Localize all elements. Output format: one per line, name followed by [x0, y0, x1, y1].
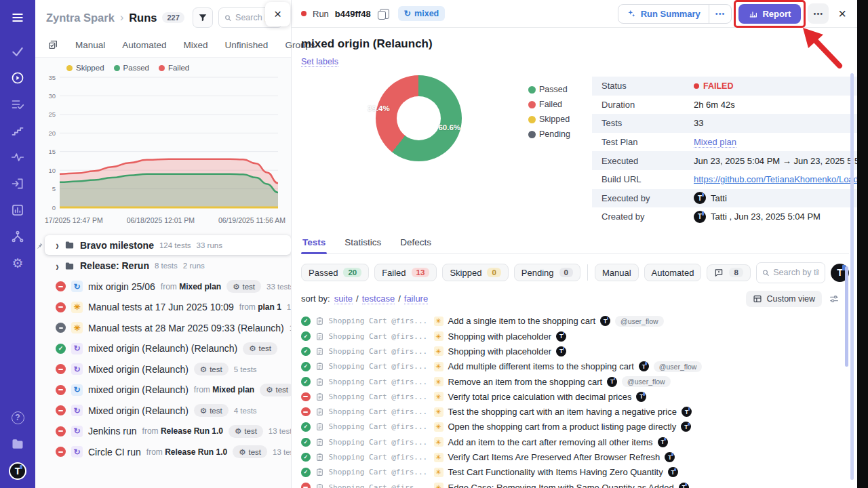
- detail-tab[interactable]: Tests: [302, 237, 326, 253]
- test-row[interactable]: Shopping Cart @firs... ✳ Open the shoppi…: [301, 420, 849, 434]
- activity-icon[interactable]: [9, 149, 26, 165]
- test-suite-path: Shopping Cart @firs...: [329, 347, 429, 356]
- more-options-button[interactable]: •••: [808, 3, 829, 24]
- set-labels-link[interactable]: Set labels: [301, 57, 338, 67]
- run-type-icon: ✳: [71, 322, 83, 333]
- report-button[interactable]: Report: [738, 4, 801, 24]
- pin-icon: [36, 241, 43, 251]
- detail-tab[interactable]: Defects: [400, 237, 431, 253]
- manual-filter-chip[interactable]: Manual: [595, 264, 639, 281]
- test-row[interactable]: Shopping Cart @firs... ✳ Remove an item …: [301, 374, 849, 389]
- status-filter-chip[interactable]: Pending 0: [514, 264, 580, 281]
- clipboard-icon: [315, 392, 324, 401]
- sort-link[interactable]: testcase: [362, 293, 395, 304]
- run-summary-more-button[interactable]: •••: [709, 5, 732, 23]
- clipboard-icon: [315, 347, 324, 356]
- search-icon: [762, 268, 769, 277]
- user-avatar[interactable]: T: [9, 462, 26, 480]
- tests-search[interactable]: [756, 262, 825, 283]
- integrations-icon[interactable]: [9, 228, 26, 245]
- projects-folder-icon[interactable]: [9, 436, 26, 452]
- manual-test-icon: ✳: [434, 422, 443, 432]
- run-status-icon: [56, 447, 66, 457]
- runs-tab[interactable]: Unfinished: [225, 40, 269, 50]
- runs-icon[interactable]: [9, 70, 26, 86]
- run-type-badge[interactable]: ↻ mixed: [398, 6, 446, 21]
- divider: [587, 264, 588, 281]
- list-scrollbar[interactable]: [845, 266, 848, 367]
- breadcrumb-app[interactable]: Zyntra Spark: [46, 12, 115, 24]
- reports-icon[interactable]: [9, 202, 26, 218]
- run-list-item[interactable]: ↻ Jenkins run from Release Run 1.0 ⚙test…: [35, 421, 291, 442]
- run-list-item[interactable]: ✳ Manual tests at 17 Jun 2025 10:09 from…: [35, 297, 291, 318]
- comment-icon: [714, 268, 724, 277]
- view-settings-icon[interactable]: [829, 293, 840, 304]
- select-all-icon[interactable]: [47, 39, 58, 50]
- settings-gear-icon[interactable]: ⚙: [9, 255, 26, 271]
- run-list-item[interactable]: ↻ mixed origin (Relaunch) (Relaunch) ⚙te…: [35, 338, 291, 359]
- comments-filter-chip[interactable]: 8: [707, 264, 750, 281]
- test-title: Edge Case: Removing Item with Same Quant…: [448, 483, 674, 488]
- steps-icon[interactable]: [9, 123, 26, 139]
- test-assignee-avatar: T: [607, 377, 617, 387]
- test-row[interactable]: Shopping Cart @firs... ✳ Test the shoppi…: [301, 405, 849, 420]
- test-row[interactable]: Shopping Cart @firs... ✳ Verify total pr…: [301, 389, 849, 404]
- svg-text:20: 20: [48, 129, 56, 137]
- test-row[interactable]: Shopping Cart @firs... ✳ Shopping with p…: [301, 344, 849, 359]
- legend-dot: [528, 101, 536, 108]
- panel-scrollbar[interactable]: [850, 73, 854, 480]
- runs-tab[interactable]: Mixed: [184, 40, 208, 50]
- run-list-item[interactable]: ↻ Circle CI run from Release Run 1.0 ⚙te…: [35, 442, 291, 463]
- run-name: Circle CI run: [88, 447, 141, 458]
- sort-by-label: sort by:: [301, 293, 330, 304]
- panel-close-button[interactable]: ×: [265, 2, 290, 26]
- manual-test-icon: ✳: [434, 437, 443, 447]
- test-row[interactable]: Shopping Cart @firs... ✳ Add a single it…: [301, 314, 849, 329]
- run-list-item[interactable]: › Release: Rerun 8 tests 2 runs: [35, 256, 291, 277]
- status-filter-chip[interactable]: Passed 20: [301, 264, 369, 281]
- tests-search-input[interactable]: [773, 268, 819, 277]
- comments-count-badge: 8: [729, 268, 743, 277]
- status-filter-chip[interactable]: Skipped 0: [442, 264, 508, 281]
- x-axis-label: 06/18/2025 12:01 PM: [127, 216, 195, 224]
- run-list-item[interactable]: ↻ Mixed origin (Relaunch) ⚙test 4 tests: [35, 401, 291, 422]
- sort-link[interactable]: failure: [404, 293, 428, 304]
- run-list-item[interactable]: › Bravo milestone 124 tests 33 runs: [45, 235, 291, 255]
- test-row[interactable]: Shopping Cart @firs... ✳ Add multiple di…: [301, 359, 849, 374]
- status-filter-chip[interactable]: Failed 13: [374, 264, 437, 281]
- test-row[interactable]: Shopping Cart @firs... ✳ Edge Case: Remo…: [301, 480, 849, 488]
- help-icon[interactable]: ?: [9, 409, 26, 426]
- test-row[interactable]: Shopping Cart @firs... ✳ Add an item to …: [301, 434, 849, 449]
- runs-trend-chart: Skipped Passed Failed 35302520151050 17/: [35, 57, 291, 230]
- imports-icon[interactable]: [9, 176, 26, 192]
- runs-tab[interactable]: Automated: [122, 40, 166, 50]
- expand-chevron-icon[interactable]: ›: [56, 259, 59, 272]
- filter-button[interactable]: [193, 7, 213, 28]
- menu-icon[interactable]: [9, 9, 26, 26]
- test-assignee-avatar: T: [556, 331, 566, 342]
- run-list-item[interactable]: ↻ mixed origin (Relaunch) from Mixed pla…: [35, 380, 291, 401]
- test-row[interactable]: Shopping Cart @firs... ✳ Verify Cart Ite…: [301, 449, 849, 464]
- copy-icon[interactable]: [380, 9, 389, 19]
- close-detail-icon[interactable]: ×: [835, 6, 849, 22]
- detail-label: Test Plan: [592, 137, 694, 147]
- check-icon[interactable]: [9, 43, 26, 60]
- detail-tab[interactable]: Statistics: [344, 237, 381, 253]
- run-summary-button[interactable]: Run Summary: [618, 5, 709, 23]
- test-plan-link[interactable]: Mixed plan: [694, 137, 736, 148]
- test-row[interactable]: Shopping Cart @firs... ✳ Test Cart Funct…: [301, 465, 849, 480]
- sort-link[interactable]: suite: [334, 293, 353, 304]
- run-name: Manual tests at 28 Mar 2025 09:33 (Relau…: [88, 323, 284, 333]
- sort-row: sort by: suite/testcase/failure Custom v…: [301, 291, 849, 307]
- build-url-link[interactable]: https://github.com/TetianaKhomenko/Load-…: [694, 174, 857, 184]
- svg-text:10: 10: [48, 167, 56, 174]
- runs-tab[interactable]: Manual: [75, 40, 105, 50]
- automated-filter-chip[interactable]: Automated: [644, 264, 702, 281]
- expand-chevron-icon[interactable]: ›: [56, 238, 59, 251]
- test-cases-icon[interactable]: [9, 96, 26, 113]
- test-row[interactable]: Shopping Cart @firs... ✳ Shopping with p…: [301, 329, 849, 344]
- run-list-item[interactable]: ✳ Manual tests at 28 Mar 2025 09:33 (Rel…: [35, 318, 291, 339]
- run-list-item[interactable]: ↻ Mixed origin (Relaunch) ⚙test 5 tests: [35, 359, 291, 380]
- run-list-item[interactable]: ↻ mix origin 25/06 from Mixed plan ⚙test…: [35, 277, 291, 298]
- custom-view-button[interactable]: Custom view: [746, 291, 822, 307]
